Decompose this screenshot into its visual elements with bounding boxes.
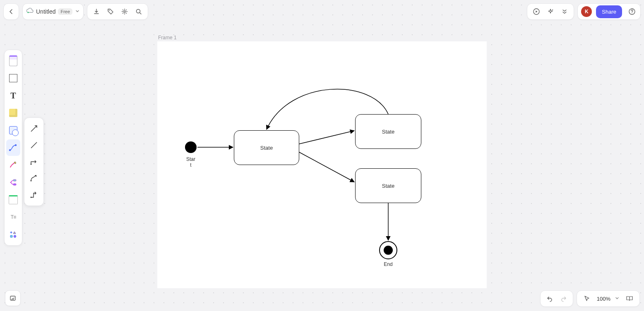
gear-icon <box>121 8 128 15</box>
tag-icon <box>107 8 114 15</box>
cursor-icon <box>584 295 590 302</box>
state-box-1[interactable]: State <box>234 130 299 165</box>
svg-point-18 <box>31 180 32 182</box>
tool-shape[interactable] <box>6 122 20 139</box>
settings-button[interactable] <box>119 6 130 17</box>
end-node[interactable] <box>379 241 397 259</box>
svg-point-4 <box>27 12 29 13</box>
connector-icon <box>9 143 18 152</box>
start-node[interactable] <box>185 141 197 153</box>
play-circle-icon <box>533 8 540 15</box>
svg-line-1 <box>299 131 354 144</box>
state-box-3[interactable]: State <box>355 168 421 203</box>
cloud-icon <box>26 8 34 15</box>
connector-elbow[interactable] <box>26 153 41 170</box>
back-group <box>3 3 19 20</box>
share-group: K Share <box>577 3 641 20</box>
svg-point-10 <box>632 13 632 14</box>
bottombar: 100% <box>540 290 640 307</box>
tool-table[interactable] <box>6 191 20 208</box>
svg-point-6 <box>124 11 125 12</box>
frame-1[interactable]: Star t State State State End <box>157 41 487 288</box>
double-chevron-down-icon <box>562 9 567 14</box>
svg-point-12 <box>15 144 17 146</box>
shapes-plus-icon <box>9 230 17 239</box>
chevron-left-icon <box>8 8 14 15</box>
tool-richtext[interactable]: T≡ <box>6 209 20 225</box>
history-group <box>540 290 573 307</box>
connector-flyout <box>24 117 44 206</box>
undo-icon <box>546 295 553 302</box>
connectors-layer <box>157 41 487 288</box>
tool-frame[interactable] <box>6 70 20 86</box>
tool-panel: T T≡ <box>4 50 22 246</box>
svg-point-19 <box>31 197 32 198</box>
end-label: End <box>380 261 396 267</box>
arrow-diag-icon <box>29 124 39 134</box>
svg-rect-14 <box>13 184 16 185</box>
tool-mindmap[interactable] <box>6 174 20 191</box>
connector-line[interactable] <box>26 137 41 153</box>
sparkle-icon <box>547 8 554 15</box>
help-icon <box>628 8 636 15</box>
svg-rect-20 <box>10 296 15 300</box>
doc-header: Untitled Free <box>22 3 84 20</box>
connector-step[interactable] <box>26 187 41 203</box>
doc-menu-chevron[interactable] <box>75 9 80 15</box>
present-button[interactable] <box>531 6 542 17</box>
undo-button[interactable] <box>544 293 555 304</box>
layers-icon <box>9 294 17 302</box>
tool-text[interactable]: T <box>6 87 20 104</box>
layers-button[interactable] <box>5 290 21 306</box>
connector-arrow-straight[interactable] <box>26 120 41 137</box>
topbar-right: K Share <box>527 3 641 20</box>
tool-connector[interactable] <box>6 139 20 156</box>
user-avatar[interactable]: K <box>581 6 592 17</box>
svg-point-11 <box>9 149 11 151</box>
cursor-mode-button[interactable] <box>581 293 593 304</box>
step-icon <box>29 190 39 200</box>
redo-icon <box>560 295 567 302</box>
svg-rect-15 <box>10 235 12 237</box>
zoom-group: 100% <box>577 290 640 307</box>
share-button[interactable]: Share <box>596 5 622 18</box>
state-box-2[interactable]: State <box>355 114 421 149</box>
tool-add-shapes[interactable] <box>6 226 20 243</box>
svg-line-2 <box>299 152 354 182</box>
svg-rect-13 <box>13 179 16 181</box>
doc-actions <box>87 3 148 20</box>
tag-button[interactable] <box>105 6 116 17</box>
search-icon <box>135 8 142 15</box>
help-button[interactable] <box>626 6 638 17</box>
plan-badge[interactable]: Free <box>58 8 72 15</box>
presentation-actions <box>527 3 574 20</box>
search-button[interactable] <box>133 6 144 17</box>
curve-icon <box>29 173 39 183</box>
tool-sticky-note[interactable] <box>6 105 20 121</box>
book-open-icon <box>626 295 633 302</box>
fit-view-button[interactable] <box>624 293 635 304</box>
zoom-chevron[interactable] <box>615 296 620 302</box>
back-button[interactable] <box>5 6 17 17</box>
tool-pen[interactable] <box>6 157 20 173</box>
download-icon <box>93 8 100 15</box>
zoom-value[interactable]: 100% <box>597 296 610 302</box>
mindmap-icon <box>9 178 18 187</box>
svg-point-5 <box>109 10 110 11</box>
connector-curved[interactable] <box>26 170 41 187</box>
download-button[interactable] <box>91 6 102 17</box>
elbow-icon <box>29 157 39 167</box>
svg-point-17 <box>31 164 32 165</box>
svg-point-16 <box>14 235 16 238</box>
line-diag-icon <box>29 140 39 150</box>
start-label: Star t <box>183 156 199 168</box>
ai-button[interactable] <box>545 6 556 17</box>
more-button[interactable] <box>559 6 570 17</box>
topbar-left: Untitled Free <box>3 3 148 20</box>
frame-label[interactable]: Frame 1 <box>158 35 177 41</box>
redo-button[interactable] <box>558 293 570 304</box>
pen-icon <box>9 160 18 170</box>
doc-title[interactable]: Untitled <box>36 8 55 15</box>
tool-page[interactable] <box>6 53 20 69</box>
svg-point-7 <box>137 10 140 13</box>
